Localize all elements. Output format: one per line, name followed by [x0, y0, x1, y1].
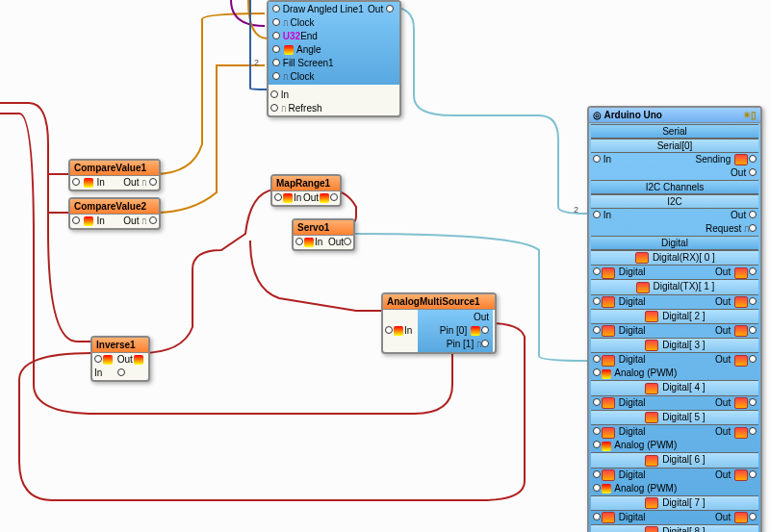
refresh-label: Refresh — [289, 103, 322, 114]
out: Out — [303, 192, 319, 203]
title: Servo1 — [297, 222, 329, 233]
in-label: In — [281, 89, 289, 100]
out-label: Out — [368, 4, 383, 14]
in: In — [404, 325, 412, 336]
out: Out — [123, 215, 139, 226]
ol: Out — [715, 325, 731, 336]
d1: Digital(TX)[ 1 ] — [653, 281, 714, 291]
pin0: Pin [0] — [440, 325, 467, 336]
ol: Out — [715, 266, 731, 277]
request: Request — [706, 223, 741, 234]
dl: Digital — [619, 354, 646, 365]
section-digital: Digital — [591, 236, 758, 250]
out: Out — [123, 177, 139, 188]
dl: Digital — [619, 426, 646, 437]
in: In — [97, 177, 105, 188]
dl: Digital — [619, 266, 646, 277]
node-servo[interactable]: Servo1 InOut — [292, 218, 355, 251]
in: In — [97, 215, 105, 226]
i2c-in: In — [603, 210, 611, 220]
apwm: Analog (PWM) — [614, 367, 677, 378]
node-compare-value-2[interactable]: CompareValue2 InOut — [68, 197, 161, 230]
d2: Digital[ 2 ] — [662, 311, 705, 321]
out: Out — [328, 237, 344, 247]
node-inverse[interactable]: Inverse1 InOut — [90, 336, 150, 382]
node-compare-value-1[interactable]: CompareValue1 InOut — [68, 159, 161, 191]
sending: Sending — [696, 154, 732, 165]
lbl: Angle — [296, 44, 321, 55]
node-graphics[interactable]: Draw Angled Line1Out Clock U32End Angle … — [267, 0, 401, 117]
d0: Digital(RX)[ 0 ] — [653, 252, 715, 263]
ol: Out — [715, 426, 731, 437]
lbl: Clock — [291, 71, 315, 82]
d5: Digital[ 5 ] — [662, 412, 705, 422]
section-serial: Serial — [591, 124, 758, 139]
ol: Out — [715, 512, 731, 522]
title: CompareValue1 — [74, 163, 146, 173]
pin1: Pin [1] — [447, 339, 474, 349]
node-arduino-uno[interactable]: ◎ Arduino Uno✴▯ Serial Serial[0] InSendi… — [587, 106, 762, 532]
in: In — [294, 192, 301, 203]
title: Inverse1 — [96, 340, 136, 350]
i2c-out: Out — [731, 210, 746, 220]
title: MapRange1 — [276, 178, 330, 189]
ol: Out — [715, 469, 731, 480]
in: In — [315, 237, 322, 247]
dl: Digital — [619, 296, 646, 307]
out: Out — [117, 354, 133, 365]
d7: Digital[ 7 ] — [662, 497, 705, 508]
d4: Digital[ 4 ] — [662, 382, 705, 393]
dl: Digital — [619, 512, 646, 522]
out: Out — [474, 312, 489, 322]
serial0: Serial[0] — [657, 140, 693, 151]
diagram-canvas[interactable]: 2 2 Draw Angled Line1Out Clock U32End An… — [0, 0, 770, 532]
node-map-range[interactable]: MapRange1 InOut — [270, 174, 342, 207]
lbl: Clock — [291, 17, 315, 28]
out: Out — [731, 167, 746, 178]
gear-icon[interactable]: ✴▯ — [743, 110, 757, 120]
dl: Digital — [619, 325, 646, 336]
i2c: I2C — [667, 196, 682, 207]
node-analog-multi-source[interactable]: AnalogMultiSource1 In Out Pin [0] Pin [1… — [381, 292, 497, 354]
d8: Digital[ 8 ] — [662, 526, 705, 532]
wire-label-2b: 2 — [574, 205, 578, 215]
title: AnalogMultiSource1 — [387, 296, 480, 307]
section-i2c: I2C Channels — [591, 180, 758, 194]
d3: Digital[ 3 ] — [662, 340, 705, 350]
lbl: End — [300, 31, 318, 41]
ol: Out — [715, 296, 731, 307]
ol: Out — [715, 354, 731, 365]
wire-label-2: 2 — [254, 58, 259, 67]
lbl: Draw Angled Line1 — [283, 4, 364, 14]
d6: Digital[ 6 ] — [662, 454, 705, 465]
title: CompareValue2 — [74, 201, 146, 212]
ol: Out — [715, 397, 731, 408]
dl: Digital — [619, 469, 646, 480]
dl: Digital — [619, 397, 646, 408]
apwm6: Analog (PWM) — [614, 483, 677, 494]
lbl: Fill Screen1 — [283, 58, 334, 68]
in: In — [94, 367, 102, 378]
in: In — [603, 154, 611, 165]
title: Arduino Uno — [603, 110, 662, 120]
apwm5: Analog (PWM) — [614, 440, 677, 450]
